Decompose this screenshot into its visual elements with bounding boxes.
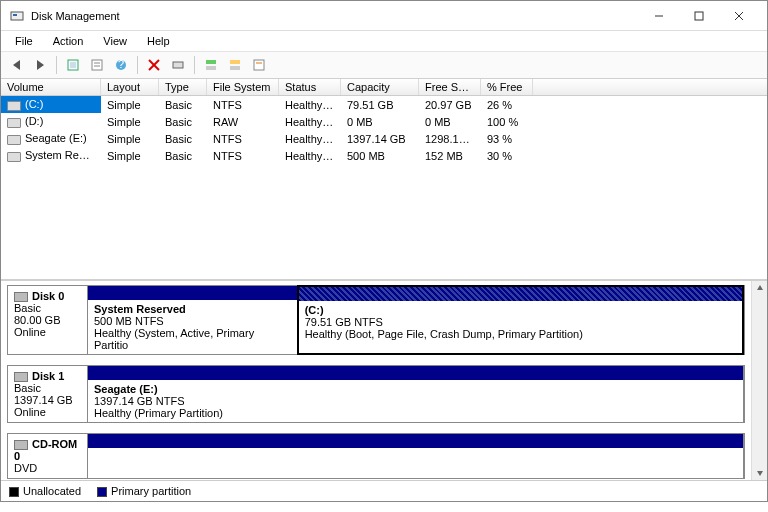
cell: 30 % bbox=[481, 148, 533, 164]
close-button[interactable] bbox=[719, 2, 759, 30]
back-button[interactable] bbox=[5, 54, 27, 76]
disk-info: Disk 1Basic1397.14 GBOnline bbox=[8, 366, 88, 422]
partitions bbox=[88, 434, 744, 478]
menu-help[interactable]: Help bbox=[139, 33, 178, 49]
partition-body: Seagate (E:)1397.14 GB NTFSHealthy (Prim… bbox=[88, 380, 743, 422]
window-title: Disk Management bbox=[31, 10, 639, 22]
disk-row[interactable]: Disk 1Basic1397.14 GBOnlineSeagate (E:)1… bbox=[7, 365, 745, 423]
minimize-button[interactable] bbox=[639, 2, 679, 30]
col-type[interactable]: Type bbox=[159, 79, 207, 95]
cell: Basic bbox=[159, 148, 207, 164]
graphical-view: Disk 0Basic80.00 GBOnlineSystem Reserved… bbox=[1, 279, 767, 480]
cell: Simple bbox=[101, 148, 159, 164]
disk-info: Disk 0Basic80.00 GBOnline bbox=[8, 286, 88, 354]
cell: 1298.15 ... bbox=[419, 131, 481, 147]
column-headers[interactable]: Volume Layout Type File System Status Ca… bbox=[1, 79, 767, 96]
cell: 100 % bbox=[481, 114, 533, 130]
toolbar: ? bbox=[1, 52, 767, 79]
volume-rows: (C:)SimpleBasicNTFSHealthy (B...79.51 GB… bbox=[1, 96, 767, 164]
titlebar[interactable]: Disk Management bbox=[1, 1, 767, 31]
col-layout[interactable]: Layout bbox=[101, 79, 159, 95]
svg-rect-18 bbox=[230, 60, 240, 64]
cell: 26 % bbox=[481, 97, 533, 113]
list-top-button[interactable] bbox=[200, 54, 222, 76]
menu-view[interactable]: View bbox=[95, 33, 135, 49]
svg-rect-1 bbox=[13, 14, 17, 16]
disk-info: CD-ROM 0DVD bbox=[8, 434, 88, 478]
col-status[interactable]: Status bbox=[279, 79, 341, 95]
cell: System Reserved bbox=[1, 147, 101, 163]
scrollbar[interactable] bbox=[751, 281, 767, 480]
disk-icon bbox=[14, 440, 28, 450]
separator bbox=[194, 56, 195, 74]
refresh-button[interactable] bbox=[62, 54, 84, 76]
partition[interactable]: (C:)79.51 GB NTFSHealthy (Boot, Page Fil… bbox=[297, 285, 744, 355]
svg-rect-7 bbox=[70, 62, 76, 68]
cell: NTFS bbox=[207, 148, 279, 164]
window: Disk Management File Action View Help ? … bbox=[0, 0, 768, 502]
properties-button[interactable] bbox=[86, 54, 108, 76]
disk-row[interactable]: CD-ROM 0DVD bbox=[7, 433, 745, 479]
cell: Healthy (B... bbox=[279, 97, 341, 113]
primary-swatch bbox=[97, 487, 107, 497]
table-row[interactable]: (D:)SimpleBasicRAWHealthy (P...0 MB0 MB1… bbox=[1, 113, 767, 130]
legend-primary: Primary partition bbox=[97, 485, 191, 497]
legend-unallocated: Unallocated bbox=[9, 485, 81, 497]
rescan-button[interactable] bbox=[167, 54, 189, 76]
partition-body: System Reserved500 MB NTFSHealthy (Syste… bbox=[88, 300, 297, 354]
col-capacity[interactable]: Capacity bbox=[341, 79, 419, 95]
cell: 93 % bbox=[481, 131, 533, 147]
graphical-button[interactable] bbox=[248, 54, 270, 76]
cell: 152 MB bbox=[419, 148, 481, 164]
app-icon bbox=[9, 8, 25, 24]
volume-icon bbox=[7, 118, 21, 128]
scroll-up-icon[interactable] bbox=[753, 281, 767, 295]
partition-body: (C:)79.51 GB NTFSHealthy (Boot, Page Fil… bbox=[299, 301, 742, 353]
legend: Unallocated Primary partition bbox=[1, 480, 767, 501]
menubar: File Action View Help bbox=[1, 31, 767, 52]
cell: 1397.14 GB bbox=[341, 131, 419, 147]
volume-icon bbox=[7, 101, 21, 111]
cell: Basic bbox=[159, 114, 207, 130]
svg-rect-16 bbox=[206, 60, 216, 64]
maximize-button[interactable] bbox=[679, 2, 719, 30]
table-row[interactable]: Seagate (E:)SimpleBasicNTFSHealthy (P...… bbox=[1, 130, 767, 147]
partition-body bbox=[88, 448, 743, 478]
partition[interactable] bbox=[87, 433, 744, 479]
partition[interactable]: Seagate (E:)1397.14 GB NTFSHealthy (Prim… bbox=[87, 365, 744, 423]
menu-file[interactable]: File bbox=[7, 33, 41, 49]
cell: Basic bbox=[159, 97, 207, 113]
cell: 500 MB bbox=[341, 148, 419, 164]
col-volume[interactable]: Volume bbox=[1, 79, 101, 95]
svg-rect-21 bbox=[256, 62, 262, 64]
menu-action[interactable]: Action bbox=[45, 33, 92, 49]
col-filesystem[interactable]: File System bbox=[207, 79, 279, 95]
partition[interactable]: System Reserved500 MB NTFSHealthy (Syste… bbox=[87, 285, 298, 355]
cell: 20.97 GB bbox=[419, 97, 481, 113]
cell: Healthy (S... bbox=[279, 148, 341, 164]
cell: NTFS bbox=[207, 97, 279, 113]
svg-rect-17 bbox=[206, 66, 216, 70]
partitions: Seagate (E:)1397.14 GB NTFSHealthy (Prim… bbox=[88, 366, 744, 422]
forward-button[interactable] bbox=[29, 54, 51, 76]
help-button[interactable]: ? bbox=[110, 54, 132, 76]
svg-rect-8 bbox=[92, 60, 102, 70]
disk-icon bbox=[14, 372, 28, 382]
table-row[interactable]: System ReservedSimpleBasicNTFSHealthy (S… bbox=[1, 147, 767, 164]
svg-rect-19 bbox=[230, 66, 240, 70]
volume-list: Volume Layout Type File System Status Ca… bbox=[1, 79, 767, 279]
scroll-down-icon[interactable] bbox=[753, 466, 767, 480]
delete-button[interactable] bbox=[143, 54, 165, 76]
separator bbox=[56, 56, 57, 74]
svg-marker-22 bbox=[757, 285, 763, 290]
partition-bar bbox=[299, 287, 742, 301]
col-freespace[interactable]: Free Spa... bbox=[419, 79, 481, 95]
cell: Simple bbox=[101, 97, 159, 113]
cell: Healthy (P... bbox=[279, 114, 341, 130]
separator bbox=[137, 56, 138, 74]
list-bottom-button[interactable] bbox=[224, 54, 246, 76]
disk-layout: Disk 0Basic80.00 GBOnlineSystem Reserved… bbox=[1, 281, 751, 480]
table-row[interactable]: (C:)SimpleBasicNTFSHealthy (B...79.51 GB… bbox=[1, 96, 767, 113]
disk-row[interactable]: Disk 0Basic80.00 GBOnlineSystem Reserved… bbox=[7, 285, 745, 355]
col-pctfree[interactable]: % Free bbox=[481, 79, 533, 95]
